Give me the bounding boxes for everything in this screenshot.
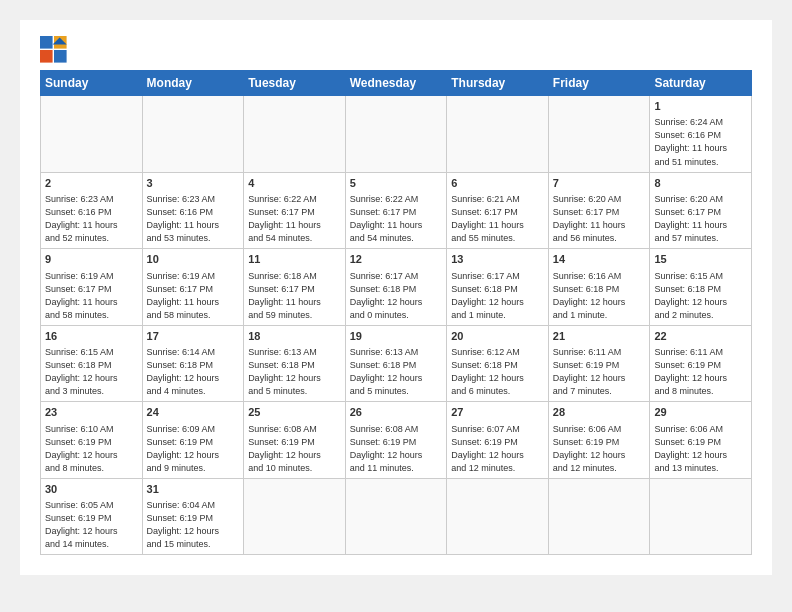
- day-number: 4: [248, 176, 341, 191]
- header: [40, 36, 752, 64]
- day-info: Sunrise: 6:22 AM Sunset: 6:17 PM Dayligh…: [350, 193, 443, 245]
- weekday-thursday: Thursday: [447, 71, 549, 96]
- day-info: Sunrise: 6:05 AM Sunset: 6:19 PM Dayligh…: [45, 499, 138, 551]
- weekday-header-row: SundayMondayTuesdayWednesdayThursdayFrid…: [41, 71, 752, 96]
- day-info: Sunrise: 6:21 AM Sunset: 6:17 PM Dayligh…: [451, 193, 544, 245]
- calendar-cell: 26Sunrise: 6:08 AM Sunset: 6:19 PM Dayli…: [345, 402, 447, 479]
- day-number: 25: [248, 405, 341, 420]
- weekday-friday: Friday: [548, 71, 650, 96]
- week-row-5: 23Sunrise: 6:10 AM Sunset: 6:19 PM Dayli…: [41, 402, 752, 479]
- day-info: Sunrise: 6:19 AM Sunset: 6:17 PM Dayligh…: [147, 270, 240, 322]
- day-info: Sunrise: 6:12 AM Sunset: 6:18 PM Dayligh…: [451, 346, 544, 398]
- calendar-cell: [548, 96, 650, 173]
- calendar-cell: 1Sunrise: 6:24 AM Sunset: 6:16 PM Daylig…: [650, 96, 752, 173]
- day-info: Sunrise: 6:06 AM Sunset: 6:19 PM Dayligh…: [654, 423, 747, 475]
- day-info: Sunrise: 6:13 AM Sunset: 6:18 PM Dayligh…: [248, 346, 341, 398]
- day-info: Sunrise: 6:08 AM Sunset: 6:19 PM Dayligh…: [248, 423, 341, 475]
- day-number: 17: [147, 329, 240, 344]
- logo: [40, 36, 72, 64]
- calendar-cell: 11Sunrise: 6:18 AM Sunset: 6:17 PM Dayli…: [244, 249, 346, 326]
- day-number: 1: [654, 99, 747, 114]
- calendar-cell: 18Sunrise: 6:13 AM Sunset: 6:18 PM Dayli…: [244, 325, 346, 402]
- calendar-cell: 15Sunrise: 6:15 AM Sunset: 6:18 PM Dayli…: [650, 249, 752, 326]
- calendar-cell: 29Sunrise: 6:06 AM Sunset: 6:19 PM Dayli…: [650, 402, 752, 479]
- calendar-cell: 22Sunrise: 6:11 AM Sunset: 6:19 PM Dayli…: [650, 325, 752, 402]
- calendar-cell: 31Sunrise: 6:04 AM Sunset: 6:19 PM Dayli…: [142, 478, 244, 555]
- calendar-cell: [244, 96, 346, 173]
- day-info: Sunrise: 6:06 AM Sunset: 6:19 PM Dayligh…: [553, 423, 646, 475]
- calendar-cell: 25Sunrise: 6:08 AM Sunset: 6:19 PM Dayli…: [244, 402, 346, 479]
- day-info: Sunrise: 6:08 AM Sunset: 6:19 PM Dayligh…: [350, 423, 443, 475]
- day-number: 30: [45, 482, 138, 497]
- day-number: 6: [451, 176, 544, 191]
- day-info: Sunrise: 6:10 AM Sunset: 6:19 PM Dayligh…: [45, 423, 138, 475]
- day-number: 19: [350, 329, 443, 344]
- day-number: 14: [553, 252, 646, 267]
- calendar-cell: [345, 96, 447, 173]
- calendar-cell: 27Sunrise: 6:07 AM Sunset: 6:19 PM Dayli…: [447, 402, 549, 479]
- calendar-cell: [345, 478, 447, 555]
- calendar-cell: 30Sunrise: 6:05 AM Sunset: 6:19 PM Dayli…: [41, 478, 143, 555]
- calendar-cell: 8Sunrise: 6:20 AM Sunset: 6:17 PM Daylig…: [650, 172, 752, 249]
- day-info: Sunrise: 6:20 AM Sunset: 6:17 PM Dayligh…: [553, 193, 646, 245]
- logo-icon: [40, 36, 68, 64]
- day-info: Sunrise: 6:09 AM Sunset: 6:19 PM Dayligh…: [147, 423, 240, 475]
- week-row-6: 30Sunrise: 6:05 AM Sunset: 6:19 PM Dayli…: [41, 478, 752, 555]
- calendar-cell: 13Sunrise: 6:17 AM Sunset: 6:18 PM Dayli…: [447, 249, 549, 326]
- calendar-cell: 24Sunrise: 6:09 AM Sunset: 6:19 PM Dayli…: [142, 402, 244, 479]
- day-number: 20: [451, 329, 544, 344]
- calendar-cell: 3Sunrise: 6:23 AM Sunset: 6:16 PM Daylig…: [142, 172, 244, 249]
- calendar-cell: [447, 478, 549, 555]
- day-number: 18: [248, 329, 341, 344]
- calendar-cell: 5Sunrise: 6:22 AM Sunset: 6:17 PM Daylig…: [345, 172, 447, 249]
- calendar-cell: [548, 478, 650, 555]
- weekday-sunday: Sunday: [41, 71, 143, 96]
- day-info: Sunrise: 6:18 AM Sunset: 6:17 PM Dayligh…: [248, 270, 341, 322]
- day-number: 5: [350, 176, 443, 191]
- calendar-cell: [41, 96, 143, 173]
- day-info: Sunrise: 6:17 AM Sunset: 6:18 PM Dayligh…: [451, 270, 544, 322]
- day-number: 28: [553, 405, 646, 420]
- calendar-cell: [142, 96, 244, 173]
- day-number: 11: [248, 252, 341, 267]
- day-info: Sunrise: 6:16 AM Sunset: 6:18 PM Dayligh…: [553, 270, 646, 322]
- day-number: 10: [147, 252, 240, 267]
- calendar-cell: 4Sunrise: 6:22 AM Sunset: 6:17 PM Daylig…: [244, 172, 346, 249]
- day-number: 7: [553, 176, 646, 191]
- day-number: 2: [45, 176, 138, 191]
- day-number: 31: [147, 482, 240, 497]
- svg-rect-3: [54, 50, 67, 63]
- calendar-cell: 12Sunrise: 6:17 AM Sunset: 6:18 PM Dayli…: [345, 249, 447, 326]
- calendar-cell: 17Sunrise: 6:14 AM Sunset: 6:18 PM Dayli…: [142, 325, 244, 402]
- calendar-cell: 20Sunrise: 6:12 AM Sunset: 6:18 PM Dayli…: [447, 325, 549, 402]
- day-number: 21: [553, 329, 646, 344]
- calendar-cell: [244, 478, 346, 555]
- week-row-3: 9Sunrise: 6:19 AM Sunset: 6:17 PM Daylig…: [41, 249, 752, 326]
- day-number: 13: [451, 252, 544, 267]
- week-row-1: 1Sunrise: 6:24 AM Sunset: 6:16 PM Daylig…: [41, 96, 752, 173]
- day-number: 3: [147, 176, 240, 191]
- day-number: 23: [45, 405, 138, 420]
- day-info: Sunrise: 6:20 AM Sunset: 6:17 PM Dayligh…: [654, 193, 747, 245]
- week-row-2: 2Sunrise: 6:23 AM Sunset: 6:16 PM Daylig…: [41, 172, 752, 249]
- day-number: 24: [147, 405, 240, 420]
- day-number: 29: [654, 405, 747, 420]
- day-number: 26: [350, 405, 443, 420]
- day-number: 27: [451, 405, 544, 420]
- day-number: 12: [350, 252, 443, 267]
- day-number: 8: [654, 176, 747, 191]
- page: SundayMondayTuesdayWednesdayThursdayFrid…: [20, 20, 772, 575]
- day-info: Sunrise: 6:24 AM Sunset: 6:16 PM Dayligh…: [654, 116, 747, 168]
- calendar-cell: 23Sunrise: 6:10 AM Sunset: 6:19 PM Dayli…: [41, 402, 143, 479]
- weekday-wednesday: Wednesday: [345, 71, 447, 96]
- day-info: Sunrise: 6:17 AM Sunset: 6:18 PM Dayligh…: [350, 270, 443, 322]
- week-row-4: 16Sunrise: 6:15 AM Sunset: 6:18 PM Dayli…: [41, 325, 752, 402]
- day-info: Sunrise: 6:11 AM Sunset: 6:19 PM Dayligh…: [553, 346, 646, 398]
- day-info: Sunrise: 6:04 AM Sunset: 6:19 PM Dayligh…: [147, 499, 240, 551]
- day-number: 15: [654, 252, 747, 267]
- day-info: Sunrise: 6:11 AM Sunset: 6:19 PM Dayligh…: [654, 346, 747, 398]
- weekday-tuesday: Tuesday: [244, 71, 346, 96]
- weekday-monday: Monday: [142, 71, 244, 96]
- calendar-cell: 16Sunrise: 6:15 AM Sunset: 6:18 PM Dayli…: [41, 325, 143, 402]
- day-info: Sunrise: 6:19 AM Sunset: 6:17 PM Dayligh…: [45, 270, 138, 322]
